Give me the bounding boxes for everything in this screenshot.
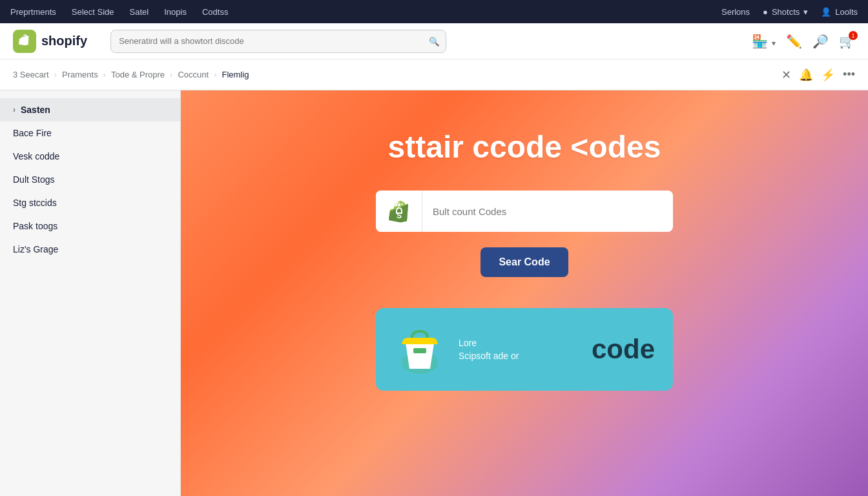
sidebar-label-dult-stogs: Dult Stogs xyxy=(13,174,55,185)
sear-code-button[interactable]: Sear Code xyxy=(480,247,568,277)
breadcrumb-actions: ✕ 🔔 ⚡ ••• xyxy=(781,68,855,82)
breadcrumb-praments[interactable]: Praments xyxy=(62,70,98,79)
header-right: 🏪 ▾ ✏️ 🔎 🛒 1 xyxy=(752,34,855,49)
nav-inopis[interactable]: Inopis xyxy=(164,7,187,17)
edit-icon: ✏️ xyxy=(786,34,802,48)
close-button[interactable]: ✕ xyxy=(781,68,791,82)
bottom-card-code-text: code xyxy=(592,334,655,365)
sidebar-item-vesk-codde[interactable]: Vesk codde xyxy=(0,145,180,168)
breadcrumb-coccunt[interactable]: Coccunt xyxy=(178,70,209,79)
svg-text:S: S xyxy=(396,211,401,220)
store-icon-button[interactable]: 🏪 ▾ xyxy=(752,34,776,49)
breadcrumb-seecart[interactable]: 3 Seecart xyxy=(13,70,49,79)
search-input[interactable] xyxy=(110,30,446,53)
nav-loolts[interactable]: 👤 Loolts xyxy=(821,7,858,17)
search-icon: 🔍 xyxy=(429,36,440,46)
shopify-logo-text: shopify xyxy=(41,34,87,48)
search-bar: 🔍 xyxy=(110,30,446,53)
bottom-card-label: Lore xyxy=(459,338,519,348)
sidebar-label-vesk-codde: Vesk codde xyxy=(13,151,59,161)
search-button[interactable]: 🔍 xyxy=(429,36,440,46)
bell-icon-button[interactable]: 🔔 xyxy=(799,68,813,82)
shopify-logo[interactable]: shopify xyxy=(13,30,87,53)
sidebar-label-bace-fire: Bace Fire xyxy=(13,128,52,138)
nav-serlons[interactable]: Serlons xyxy=(721,7,750,17)
top-nav-right: Serlons ● Shotcts ▾ 👤 Loolts xyxy=(721,7,858,17)
filter-icon-button[interactable]: ⚡ xyxy=(821,68,835,82)
sidebar-item-bace-fire[interactable]: Bace Fire xyxy=(0,121,180,145)
nav-preprtments[interactable]: Preprtments xyxy=(10,7,56,17)
breadcrumb-sep-4: › xyxy=(214,70,216,79)
nav-satel[interactable]: Satel xyxy=(130,7,149,17)
store-dot-icon: ● xyxy=(763,7,768,17)
sidebar-label-lizs-grage: Liz's Grage xyxy=(13,244,58,254)
sidebar-label-sasten: Sasten xyxy=(21,105,50,115)
sidebar-item-pask-toogs[interactable]: Pask toogs xyxy=(0,214,180,238)
store-icon: 🏪 xyxy=(752,34,768,48)
sidebar-item-dult-stogs[interactable]: Dult Stogs xyxy=(0,168,180,191)
search-alt-icon-button[interactable]: 🔎 xyxy=(812,34,829,49)
more-icon-button[interactable]: ••• xyxy=(843,68,855,81)
sidebar-item-sasten[interactable]: › Sasten xyxy=(0,98,180,121)
sidebar-label-stg-stccids: Stg stccids xyxy=(13,198,57,208)
sidebar-item-lizs-grage[interactable]: Liz's Grage xyxy=(0,238,180,261)
page-title: sttair ccode <odes xyxy=(388,129,661,165)
breadcrumb-sep-2: › xyxy=(103,70,106,79)
bottom-card: Lore Scipsoft ade or code xyxy=(376,308,673,391)
nav-select-side[interactable]: Select Side xyxy=(72,7,114,17)
nav-codtss[interactable]: Codtss xyxy=(202,7,228,17)
breadcrumb-flemlig: Flemlig xyxy=(222,70,249,79)
chevron-down-icon: ▾ xyxy=(803,7,808,17)
shopify-bag-icon: S xyxy=(385,195,413,227)
breadcrumb-bar: 3 Seecart › Praments › Tode & Propre › C… xyxy=(0,59,868,90)
chevron-right-icon: › xyxy=(13,105,16,114)
cart-icon-button[interactable]: 🛒 1 xyxy=(839,34,855,49)
cart-badge: 1 xyxy=(849,31,858,40)
code-input-logo: S xyxy=(376,191,422,232)
sidebar-label-pask-toogs: Pask toogs xyxy=(13,221,57,231)
code-input-container: S xyxy=(376,191,673,232)
shopify-logo-icon xyxy=(13,30,36,53)
user-icon: 👤 xyxy=(821,7,831,17)
bottom-card-logo xyxy=(394,324,446,375)
edit-icon-button[interactable]: ✏️ xyxy=(786,34,802,49)
bottom-card-sublabel: Scipsoft ade or xyxy=(459,351,519,361)
svg-rect-3 xyxy=(413,348,426,353)
main-content: sttair ccode <odes S Sear Code xyxy=(181,90,868,496)
breadcrumb-sep-3: › xyxy=(170,70,172,79)
chevron-down-icon: ▾ xyxy=(772,39,776,48)
shopify-bag-large-icon xyxy=(394,324,446,375)
breadcrumb-tode[interactable]: Tode & Propre xyxy=(111,70,165,79)
sidebar: › Sasten Bace Fire Vesk codde Dult Stogs… xyxy=(0,90,181,496)
sidebar-item-stg-stccids[interactable]: Stg stccids xyxy=(0,191,180,214)
shopify-header: shopify 🔍 🏪 ▾ ✏️ 🔎 🛒 1 xyxy=(0,23,868,59)
bottom-card-text: Lore Scipsoft ade or xyxy=(459,338,519,361)
breadcrumb-sep-1: › xyxy=(54,70,57,79)
top-navigation: Preprtments Select Side Satel Inopis Cod… xyxy=(0,0,868,23)
search-alt-icon: 🔎 xyxy=(812,34,829,48)
code-input-field[interactable] xyxy=(422,206,673,217)
nav-shotcts[interactable]: ● Shotcts ▾ xyxy=(763,7,808,17)
main-layout: › Sasten Bace Fire Vesk codde Dult Stogs… xyxy=(0,90,868,496)
